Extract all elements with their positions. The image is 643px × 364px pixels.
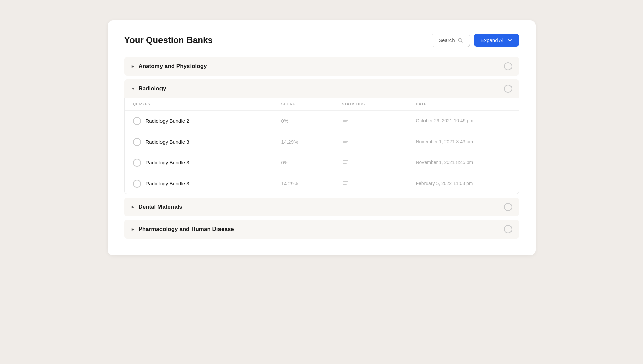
quiz-name-cell: Radiology Bundle 3 — [133, 159, 281, 167]
quiz-date: October 29, 2021 10:49 pm — [416, 117, 510, 124]
section-anatomy-label: Anatomy and Physiology — [138, 63, 207, 70]
section-radiology-radio[interactable] — [504, 85, 512, 93]
expand-all-label: Expand All — [481, 37, 505, 43]
svg-rect-9 — [343, 162, 348, 162]
header: Your Question Banks Search Expand All — [124, 34, 519, 47]
section-radiology-label: Radiology — [138, 85, 166, 92]
quiz-radio[interactable] — [133, 159, 141, 167]
section-pharmacology-label: Pharmacology and Human Disease — [138, 226, 234, 233]
chevron-down-icon-radiology: ▼ — [131, 86, 135, 91]
stats-icon — [342, 179, 349, 186]
quiz-radio[interactable] — [133, 180, 141, 188]
section-dental[interactable]: ► Dental Materials — [124, 198, 519, 216]
quiz-score: 14.29% — [281, 181, 342, 186]
section-dental-label: Dental Materials — [138, 204, 182, 210]
stats-icon — [342, 117, 349, 123]
section-anatomy-radio[interactable] — [504, 62, 512, 70]
section-radiology[interactable]: ▼ Radiology — [124, 79, 519, 98]
quiz-date: November 1, 2021 8:45 pm — [416, 159, 510, 166]
col-statistics: STATISTICS — [342, 102, 416, 106]
col-quizzes: QUIZZES — [133, 102, 281, 106]
main-card: Your Question Banks Search Expand All ► … — [108, 20, 536, 255]
svg-rect-12 — [343, 183, 348, 183]
section-radiology-wrapper: ▼ Radiology QUIZZES SCORE STATISTICS DAT… — [124, 79, 519, 194]
svg-rect-6 — [343, 141, 348, 142]
section-anatomy-title: ► Anatomy and Physiology — [131, 63, 207, 70]
stats-icon — [342, 158, 349, 165]
table-row[interactable]: Radiology Bundle 3 0% November 1, 2021 8… — [125, 152, 519, 173]
table-header: QUIZZES SCORE STATISTICS DATE — [125, 98, 519, 111]
table-row[interactable]: Radiology Bundle 3 14.29% November 1, 20… — [125, 131, 519, 152]
expand-all-button[interactable]: Expand All — [474, 34, 519, 47]
svg-rect-10 — [343, 163, 347, 164]
search-icon — [458, 38, 463, 43]
svg-rect-3 — [343, 120, 348, 121]
svg-rect-5 — [343, 140, 348, 140]
section-dental-title: ► Dental Materials — [131, 204, 182, 210]
quiz-radio[interactable] — [133, 117, 141, 125]
quiz-stats[interactable] — [342, 117, 416, 125]
svg-rect-8 — [343, 160, 348, 161]
quiz-name-cell: Radiology Bundle 2 — [133, 117, 281, 125]
svg-rect-7 — [343, 142, 347, 143]
quiz-name: Radiology Bundle 2 — [146, 118, 189, 124]
quiz-date: February 5, 2022 11:03 pm — [416, 180, 510, 187]
quiz-name: Radiology Bundle 3 — [146, 181, 189, 186]
svg-rect-2 — [343, 119, 348, 119]
svg-line-1 — [461, 41, 462, 42]
chevron-down-icon — [507, 38, 512, 43]
section-dental-radio[interactable] — [504, 203, 512, 211]
section-pharmacology-title: ► Pharmacology and Human Disease — [131, 226, 234, 233]
stats-icon — [342, 138, 349, 144]
quiz-stats[interactable] — [342, 158, 416, 167]
col-date: DATE — [416, 102, 510, 106]
quiz-stats[interactable] — [342, 138, 416, 146]
quiz-name: Radiology Bundle 3 — [146, 160, 189, 165]
quiz-date: November 1, 2021 8:43 pm — [416, 138, 510, 145]
quiz-score: 0% — [281, 160, 342, 165]
quiz-name-cell: Radiology Bundle 3 — [133, 138, 281, 146]
svg-rect-13 — [343, 184, 347, 185]
header-actions: Search Expand All — [432, 34, 519, 47]
quiz-score: 0% — [281, 118, 342, 124]
chevron-right-icon-pharmacology: ► — [131, 227, 135, 232]
svg-rect-4 — [343, 121, 347, 122]
chevron-right-icon-dental: ► — [131, 205, 135, 209]
quiz-name-cell: Radiology Bundle 3 — [133, 180, 281, 188]
section-radiology-title: ▼ Radiology — [131, 85, 166, 92]
table-row[interactable]: Radiology Bundle 3 14.29% February 5, 20… — [125, 173, 519, 194]
quiz-score: 14.29% — [281, 139, 342, 145]
radiology-expanded-content: QUIZZES SCORE STATISTICS DATE Radiology … — [124, 98, 519, 194]
table-row[interactable]: Radiology Bundle 2 0% October 29, 2021 1… — [125, 111, 519, 131]
page-title: Your Question Banks — [124, 35, 213, 46]
section-pharmacology-radio[interactable] — [504, 225, 512, 233]
section-pharmacology[interactable]: ► Pharmacology and Human Disease — [124, 220, 519, 239]
section-anatomy[interactable]: ► Anatomy and Physiology — [124, 57, 519, 76]
search-button-label: Search — [439, 37, 455, 43]
quiz-radio[interactable] — [133, 138, 141, 146]
quiz-stats[interactable] — [342, 179, 416, 188]
col-score: SCORE — [281, 102, 342, 106]
svg-rect-11 — [343, 181, 348, 182]
quiz-name: Radiology Bundle 3 — [146, 139, 189, 145]
search-button[interactable]: Search — [432, 34, 470, 47]
chevron-right-icon: ► — [131, 64, 135, 69]
